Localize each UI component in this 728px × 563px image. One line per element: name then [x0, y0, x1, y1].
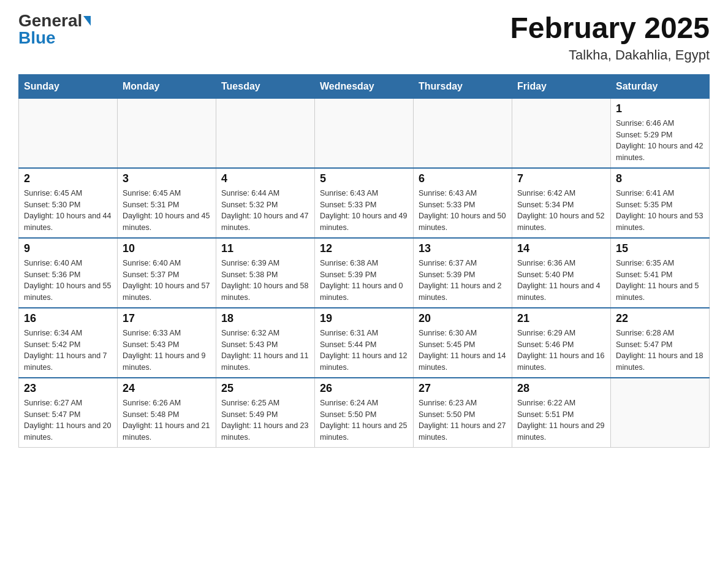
logo-blue: Blue — [18, 29, 56, 47]
day-number: 10 — [123, 242, 211, 255]
day-number: 24 — [123, 382, 211, 395]
day-info: Sunrise: 6:33 AMSunset: 5:43 PMDaylight:… — [123, 327, 211, 373]
weekday-header-sunday: Sunday — [19, 74, 118, 98]
calendar-cell — [414, 98, 512, 168]
calendar-cell: 7Sunrise: 6:42 AMSunset: 5:34 PMDaylight… — [512, 168, 611, 238]
calendar-cell: 11Sunrise: 6:39 AMSunset: 5:38 PMDayligh… — [216, 238, 315, 308]
day-number: 9 — [24, 242, 112, 255]
title-block: February 2025 Talkha, Dakahlia, Egypt — [510, 12, 710, 63]
day-number: 25 — [221, 382, 309, 395]
day-info: Sunrise: 6:41 AMSunset: 5:35 PMDaylight:… — [616, 188, 704, 234]
calendar-cell: 8Sunrise: 6:41 AMSunset: 5:35 PMDaylight… — [611, 168, 710, 238]
day-info: Sunrise: 6:29 AMSunset: 5:46 PMDaylight:… — [517, 327, 605, 373]
day-number: 22 — [616, 312, 704, 325]
calendar-cell: 24Sunrise: 6:26 AMSunset: 5:48 PMDayligh… — [118, 378, 216, 448]
day-info: Sunrise: 6:43 AMSunset: 5:33 PMDaylight:… — [419, 188, 507, 234]
day-info: Sunrise: 6:30 AMSunset: 5:45 PMDaylight:… — [419, 327, 507, 373]
day-number: 14 — [517, 242, 605, 255]
calendar-table: SundayMondayTuesdayWednesdayThursdayFrid… — [18, 74, 710, 448]
day-number: 6 — [419, 172, 507, 185]
day-number: 11 — [221, 242, 309, 255]
day-number: 15 — [616, 242, 704, 255]
day-info: Sunrise: 6:39 AMSunset: 5:38 PMDaylight:… — [221, 258, 309, 304]
day-number: 3 — [123, 172, 211, 185]
day-info: Sunrise: 6:22 AMSunset: 5:51 PMDaylight:… — [517, 397, 605, 443]
weekday-header-monday: Monday — [118, 74, 216, 98]
weekday-header-friday: Friday — [512, 74, 611, 98]
logo: General Blue — [18, 12, 91, 47]
day-info: Sunrise: 6:34 AMSunset: 5:42 PMDaylight:… — [24, 327, 112, 373]
day-info: Sunrise: 6:45 AMSunset: 5:31 PMDaylight:… — [123, 188, 211, 234]
day-info: Sunrise: 6:43 AMSunset: 5:33 PMDaylight:… — [320, 188, 408, 234]
weekday-header-wednesday: Wednesday — [315, 74, 414, 98]
day-number: 20 — [419, 312, 507, 325]
day-number: 18 — [221, 312, 309, 325]
calendar-cell — [512, 98, 611, 168]
day-info: Sunrise: 6:42 AMSunset: 5:34 PMDaylight:… — [517, 188, 605, 234]
day-number: 2 — [24, 172, 112, 185]
calendar-cell: 19Sunrise: 6:31 AMSunset: 5:44 PMDayligh… — [315, 308, 414, 378]
calendar-cell: 6Sunrise: 6:43 AMSunset: 5:33 PMDaylight… — [414, 168, 512, 238]
calendar-cell: 3Sunrise: 6:45 AMSunset: 5:31 PMDaylight… — [118, 168, 216, 238]
calendar-cell: 22Sunrise: 6:28 AMSunset: 5:47 PMDayligh… — [611, 308, 710, 378]
calendar-subtitle: Talkha, Dakahlia, Egypt — [510, 47, 710, 63]
weekday-header-row: SundayMondayTuesdayWednesdayThursdayFrid… — [19, 74, 710, 98]
calendar-cell: 1Sunrise: 6:46 AMSunset: 5:29 PMDaylight… — [611, 98, 710, 168]
calendar-week-row: 23Sunrise: 6:27 AMSunset: 5:47 PMDayligh… — [19, 378, 710, 448]
day-number: 26 — [320, 382, 408, 395]
day-number: 5 — [320, 172, 408, 185]
day-number: 17 — [123, 312, 211, 325]
day-number: 23 — [24, 382, 112, 395]
day-info: Sunrise: 6:40 AMSunset: 5:36 PMDaylight:… — [24, 258, 112, 304]
day-info: Sunrise: 6:37 AMSunset: 5:39 PMDaylight:… — [419, 258, 507, 304]
day-info: Sunrise: 6:35 AMSunset: 5:41 PMDaylight:… — [616, 258, 704, 304]
day-number: 4 — [221, 172, 309, 185]
calendar-cell: 14Sunrise: 6:36 AMSunset: 5:40 PMDayligh… — [512, 238, 611, 308]
calendar-cell — [216, 98, 315, 168]
day-info: Sunrise: 6:25 AMSunset: 5:49 PMDaylight:… — [221, 397, 309, 443]
calendar-cell: 5Sunrise: 6:43 AMSunset: 5:33 PMDaylight… — [315, 168, 414, 238]
day-number: 19 — [320, 312, 408, 325]
day-info: Sunrise: 6:38 AMSunset: 5:39 PMDaylight:… — [320, 258, 408, 304]
day-info: Sunrise: 6:28 AMSunset: 5:47 PMDaylight:… — [616, 327, 704, 373]
weekday-header-saturday: Saturday — [611, 74, 710, 98]
weekday-header-tuesday: Tuesday — [216, 74, 315, 98]
calendar-cell: 2Sunrise: 6:45 AMSunset: 5:30 PMDaylight… — [19, 168, 118, 238]
calendar-cell: 15Sunrise: 6:35 AMSunset: 5:41 PMDayligh… — [611, 238, 710, 308]
calendar-cell: 20Sunrise: 6:30 AMSunset: 5:45 PMDayligh… — [414, 308, 512, 378]
calendar-cell: 17Sunrise: 6:33 AMSunset: 5:43 PMDayligh… — [118, 308, 216, 378]
day-number: 12 — [320, 242, 408, 255]
day-number: 7 — [517, 172, 605, 185]
calendar-cell: 25Sunrise: 6:25 AMSunset: 5:49 PMDayligh… — [216, 378, 315, 448]
day-info: Sunrise: 6:32 AMSunset: 5:43 PMDaylight:… — [221, 327, 309, 373]
calendar-week-row: 16Sunrise: 6:34 AMSunset: 5:42 PMDayligh… — [19, 308, 710, 378]
calendar-cell: 13Sunrise: 6:37 AMSunset: 5:39 PMDayligh… — [414, 238, 512, 308]
day-number: 16 — [24, 312, 112, 325]
day-info: Sunrise: 6:45 AMSunset: 5:30 PMDaylight:… — [24, 188, 112, 234]
logo-general: General — [18, 12, 82, 29]
calendar-cell: 27Sunrise: 6:23 AMSunset: 5:50 PMDayligh… — [414, 378, 512, 448]
calendar-cell: 9Sunrise: 6:40 AMSunset: 5:36 PMDaylight… — [19, 238, 118, 308]
logo-arrow-icon — [83, 16, 91, 26]
calendar-cell: 12Sunrise: 6:38 AMSunset: 5:39 PMDayligh… — [315, 238, 414, 308]
calendar-cell: 21Sunrise: 6:29 AMSunset: 5:46 PMDayligh… — [512, 308, 611, 378]
day-number: 21 — [517, 312, 605, 325]
day-info: Sunrise: 6:46 AMSunset: 5:29 PMDaylight:… — [616, 118, 704, 164]
weekday-header-thursday: Thursday — [414, 74, 512, 98]
day-info: Sunrise: 6:44 AMSunset: 5:32 PMDaylight:… — [221, 188, 309, 234]
calendar-cell: 26Sunrise: 6:24 AMSunset: 5:50 PMDayligh… — [315, 378, 414, 448]
calendar-cell: 16Sunrise: 6:34 AMSunset: 5:42 PMDayligh… — [19, 308, 118, 378]
calendar-cell — [118, 98, 216, 168]
calendar-cell: 4Sunrise: 6:44 AMSunset: 5:32 PMDaylight… — [216, 168, 315, 238]
day-info: Sunrise: 6:23 AMSunset: 5:50 PMDaylight:… — [419, 397, 507, 443]
calendar-cell: 28Sunrise: 6:22 AMSunset: 5:51 PMDayligh… — [512, 378, 611, 448]
calendar-cell — [315, 98, 414, 168]
page-header: General Blue February 2025 Talkha, Dakah… — [18, 12, 710, 63]
day-info: Sunrise: 6:31 AMSunset: 5:44 PMDaylight:… — [320, 327, 408, 373]
calendar-cell: 23Sunrise: 6:27 AMSunset: 5:47 PMDayligh… — [19, 378, 118, 448]
calendar-week-row: 9Sunrise: 6:40 AMSunset: 5:36 PMDaylight… — [19, 238, 710, 308]
calendar-cell: 10Sunrise: 6:40 AMSunset: 5:37 PMDayligh… — [118, 238, 216, 308]
day-info: Sunrise: 6:27 AMSunset: 5:47 PMDaylight:… — [24, 397, 112, 443]
day-info: Sunrise: 6:24 AMSunset: 5:50 PMDaylight:… — [320, 397, 408, 443]
calendar-cell — [611, 378, 710, 448]
